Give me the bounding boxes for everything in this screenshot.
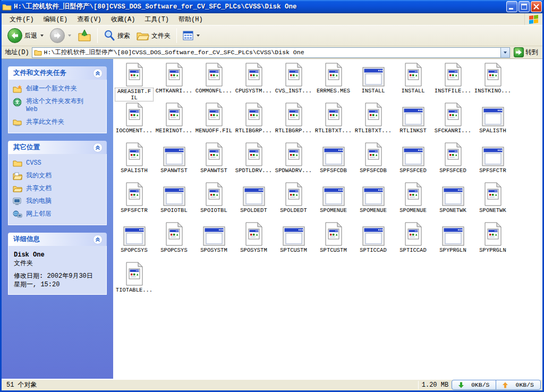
menu-file[interactable]: 文件(F) — [5, 14, 39, 25]
file-item[interactable]: CPUSYSTM... — [234, 62, 274, 101]
file-item[interactable]: SPOMENUE — [313, 181, 353, 221]
file-item[interactable]: SPOIOTBL — [154, 181, 194, 221]
file-item[interactable]: SPFSFCTR — [114, 181, 154, 221]
place-network-places[interactable]: 网上邻居 — [13, 210, 102, 218]
file-item[interactable]: SPDTLDRV... — [234, 141, 274, 181]
file-item[interactable]: SPYPRGLN — [433, 221, 473, 261]
file-item[interactable]: SPFSFCDB — [353, 141, 393, 181]
go-button[interactable]: 转到 — [513, 47, 541, 57]
place-shared-documents[interactable]: 共享文档 — [13, 185, 102, 193]
forward-button[interactable] — [47, 27, 74, 44]
file-item[interactable]: RTLIBGRP... — [274, 101, 313, 141]
file-item[interactable]: SPOLDEDT — [274, 181, 313, 221]
file-item[interactable]: SPOLDEDT — [234, 181, 274, 221]
file-item[interactable]: SPANWTST — [194, 141, 234, 181]
file-item[interactable]: SPOIOTBL — [194, 181, 234, 221]
file-item[interactable]: SPFSFCDB — [313, 141, 353, 181]
file-item[interactable]: SPFSFCTR — [473, 141, 513, 181]
upload-speed[interactable]: 0KB/S — [496, 380, 540, 389]
collapse-chevron-icon[interactable] — [93, 235, 103, 244]
file-item[interactable]: SPTICCAD — [353, 221, 393, 261]
file-item[interactable]: CVS_INST... — [274, 62, 313, 101]
collapse-chevron-icon[interactable] — [93, 143, 103, 152]
generic-file-icon — [284, 142, 303, 166]
file-item[interactable]: SPALISTH — [114, 141, 154, 181]
file-item[interactable]: INSTFILE... — [433, 62, 473, 101]
menu-view[interactable]: 查看(V) — [72, 14, 106, 25]
maximize-button[interactable] — [518, 1, 530, 12]
file-item[interactable]: AREASIBT.FIL — [114, 62, 154, 101]
file-item[interactable]: IOCOMENT... — [114, 101, 154, 141]
file-item[interactable]: MENUOFF.FIL — [194, 101, 234, 141]
task-new-folder[interactable]: 创建一个新文件夹 — [13, 85, 102, 93]
file-item[interactable]: ERRMES.MES — [313, 62, 353, 101]
views-dropdown-icon[interactable] — [197, 35, 200, 37]
minimize-button[interactable] — [506, 1, 517, 12]
menu-tools[interactable]: 工具(T) — [140, 14, 174, 25]
folders-button[interactable]: 文件夹 — [134, 29, 173, 42]
file-item[interactable]: SPTCUSTM — [274, 221, 313, 261]
application-window-icon — [243, 186, 265, 206]
title-bar[interactable]: H:\工控机软件_旧型停产\[80]CVSS_DOS_Software_for_… — [0, 0, 544, 13]
file-item[interactable]: SPTCUSTM — [313, 221, 353, 261]
place-my-documents[interactable]: 我的文档 — [13, 172, 102, 180]
application-window-icon — [482, 147, 504, 166]
file-item[interactable]: SPOSYSTM — [234, 221, 274, 261]
forward-dropdown-icon[interactable] — [68, 35, 71, 37]
collapse-chevron-icon[interactable] — [93, 69, 103, 78]
close-button[interactable] — [531, 1, 542, 12]
file-item[interactable]: SPONETWK — [473, 181, 513, 221]
file-item[interactable]: SPOPCSYS — [154, 221, 194, 261]
file-item[interactable]: RTLIBTXT... — [313, 101, 353, 141]
menu-help[interactable]: 帮助(H) — [174, 14, 208, 25]
file-item[interactable]: SPDWADRV... — [274, 141, 313, 181]
search-button[interactable]: 搜索 — [101, 29, 133, 42]
file-item[interactable]: SPOMENUE — [393, 181, 433, 221]
panel-other-places-header[interactable]: 其它位置 — [8, 141, 107, 154]
file-item[interactable]: SFCKANRI... — [433, 101, 473, 141]
up-button[interactable] — [75, 28, 94, 43]
file-item[interactable]: SPFSFCED — [393, 141, 433, 181]
address-dropdown-button[interactable] — [500, 48, 509, 57]
file-item[interactable]: SPYPRGLN — [473, 221, 513, 261]
file-item[interactable]: SPTICCAD — [393, 221, 433, 261]
place-my-computer[interactable]: 我的电脑 — [13, 198, 102, 206]
file-item[interactable]: SPOSYSTM — [194, 221, 234, 261]
file-item[interactable]: INSTALL — [353, 62, 393, 101]
file-item[interactable]: RTLIBGRP... — [234, 101, 274, 141]
file-item[interactable]: INSTALL — [393, 62, 433, 101]
place-cvss[interactable]: CVSS — [13, 159, 102, 167]
generic-file-icon — [284, 103, 303, 126]
file-item[interactable]: TIOTABLE... — [114, 261, 154, 301]
file-item[interactable]: INSTKINO... — [473, 62, 513, 101]
file-item[interactable]: RTLINKST — [393, 101, 433, 141]
file-item[interactable]: SPOPCSYS — [114, 221, 154, 261]
file-item[interactable]: SPALISTH — [473, 101, 513, 141]
file-item[interactable]: SPOMENUE — [353, 181, 393, 221]
task-share-folder[interactable]: 共享此文件夹 — [13, 118, 102, 126]
file-item[interactable]: SPFSFCED — [433, 141, 473, 181]
download-speed[interactable]: 0KB/S — [452, 380, 496, 389]
generic-file-icon — [165, 103, 184, 126]
application-window-icon — [362, 67, 385, 87]
network-speed-monitor[interactable]: 0KB/S 0KB/S — [452, 380, 541, 390]
task-publish-web[interactable]: 将这个文件夹发布到 Web — [13, 98, 102, 114]
file-item[interactable]: CMTKANRI... — [154, 62, 194, 101]
file-item[interactable]: COMMONFL... — [194, 62, 234, 101]
back-dropdown-icon[interactable] — [40, 35, 44, 37]
menu-favorites[interactable]: 收藏(A) — [106, 14, 140, 25]
application-window-icon — [163, 186, 185, 206]
panel-file-tasks-header[interactable]: 文件和文件夹任务 — [8, 66, 107, 80]
back-button[interactable]: 后退 — [5, 27, 46, 44]
views-button[interactable] — [180, 30, 202, 41]
application-window-icon — [322, 147, 345, 166]
file-item[interactable]: RTLIBTXT... — [353, 101, 393, 141]
file-item[interactable]: MEIRINOT... — [154, 101, 194, 141]
address-input[interactable]: H:\工控机软件_旧型停产\[80]CVSS_DOS_Software_for_… — [32, 47, 510, 58]
generic-file-icon — [444, 103, 463, 126]
file-item[interactable]: SPANWTST — [154, 141, 194, 181]
panel-details-header[interactable]: 详细信息 — [8, 233, 107, 246]
menu-edit[interactable]: 编辑(E) — [39, 14, 73, 25]
menu-bar: 文件(F) 编辑(E) 查看(V) 收藏(A) 工具(T) 帮助(H) — [2, 13, 542, 25]
file-item[interactable]: SPONETWK — [433, 181, 473, 221]
